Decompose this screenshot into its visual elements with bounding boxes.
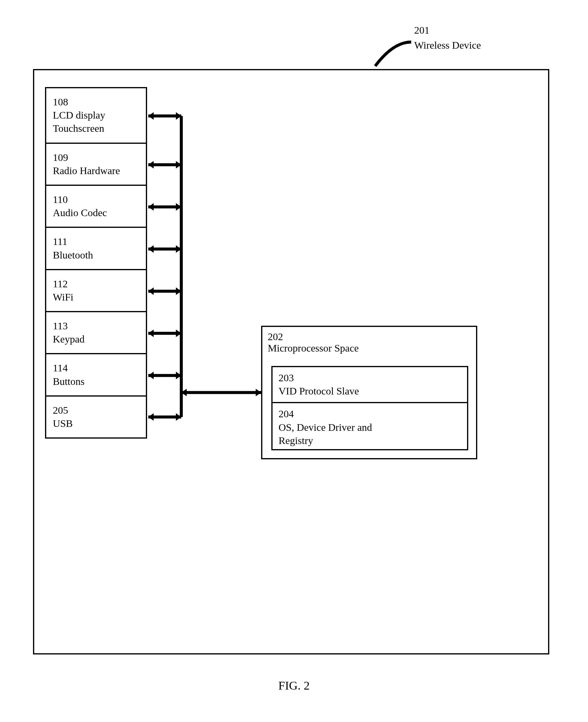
- component-box: 113Keypad: [46, 312, 146, 354]
- microprocessor-child-box: 203VID Protocol Slave: [273, 367, 467, 403]
- diagram-canvas: 201 Wireless Device 108LCD display Touch…: [0, 0, 588, 722]
- title-ref-label: 201: [414, 24, 429, 37]
- component-box: 112WiFi: [46, 270, 146, 312]
- component-box: 111Bluetooth: [46, 228, 146, 270]
- component-label: Bluetooth: [53, 249, 139, 262]
- component-box: 114Buttons: [46, 354, 146, 396]
- component-ref: 205: [53, 404, 139, 417]
- component-box: 109Radio Hardware: [46, 144, 146, 186]
- component-label: Audio Codec: [53, 206, 139, 220]
- component-ref: 113: [53, 319, 139, 333]
- component-ref: 108: [53, 96, 139, 109]
- component-label: LCD display Touchscreen: [53, 109, 139, 135]
- microprocessor-label: Microprocessor Space: [268, 343, 359, 354]
- microprocessor-space-box: 202 Microprocessor Space 203VID Protocol…: [261, 326, 477, 459]
- microprocessor-child-label: OS, Device Driver and Registry: [278, 421, 461, 447]
- microprocessor-child-ref: 204: [278, 407, 461, 420]
- component-label: USB: [53, 417, 139, 430]
- figure-caption: FIG. 2: [0, 679, 588, 693]
- component-label: Keypad: [53, 333, 139, 346]
- component-ref: 110: [53, 193, 139, 206]
- component-box: 108LCD display Touchscreen: [46, 88, 146, 144]
- component-label: Buttons: [53, 375, 139, 388]
- microprocessor-ref: 202: [268, 331, 359, 343]
- component-ref: 111: [53, 235, 139, 248]
- component-box: 110Audio Codec: [46, 186, 146, 228]
- component-stack: 108LCD display Touchscreen109Radio Hardw…: [45, 87, 147, 439]
- microprocessor-inner-stack: 203VID Protocol Slave204OS, Device Drive…: [271, 366, 468, 450]
- microprocessor-child-label: VID Protocol Slave: [278, 385, 461, 398]
- component-ref: 114: [53, 362, 139, 375]
- microprocessor-child-box: 204OS, Device Driver and Registry: [273, 403, 467, 452]
- component-ref: 109: [53, 151, 139, 164]
- component-label: Radio Hardware: [53, 164, 139, 178]
- component-box: 205USB: [46, 396, 146, 437]
- title-text-label: Wireless Device: [414, 39, 481, 52]
- component-label: WiFi: [53, 291, 139, 304]
- microprocessor-child-ref: 203: [278, 371, 461, 385]
- component-ref: 112: [53, 277, 139, 291]
